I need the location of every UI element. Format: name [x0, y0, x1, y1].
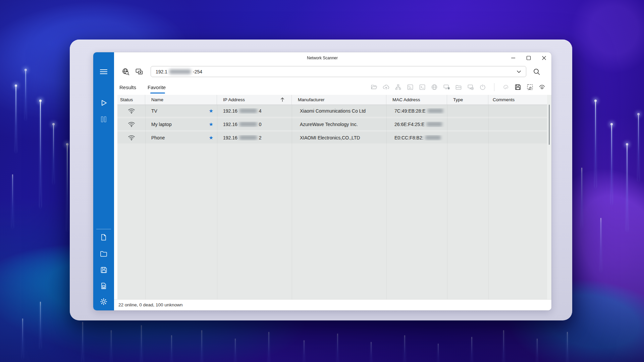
shared-folders-button[interactable]	[455, 84, 462, 90]
table-row[interactable]: Phone★ 192.162 XIAOMI Electronics,CO.,LT…	[117, 132, 547, 143]
ip-range-prefix: 192.1	[156, 69, 167, 74]
svg-text:SSH: SSH	[409, 87, 412, 89]
column-header-ip-address[interactable]: IP Address	[217, 95, 292, 105]
vertical-scrollbar[interactable]	[547, 95, 551, 299]
column-header-type[interactable]: Type	[447, 95, 488, 105]
menu-button[interactable]	[100, 68, 108, 76]
sidebar-separator	[96, 229, 111, 229]
device-name: My laptop	[151, 122, 172, 127]
add-device-button[interactable]	[467, 84, 474, 90]
column-header-comments[interactable]: Comments	[488, 95, 547, 105]
manufacturer: Xiaomi Communications Co Ltd	[300, 108, 366, 114]
sort-ascending-icon	[280, 97, 285, 102]
ssh-session-button[interactable]: SSH	[407, 84, 414, 90]
column-header-manufacturer[interactable]: Manufacturer	[292, 95, 386, 105]
ip-range-suffix: -254	[193, 69, 202, 74]
table-body: TV★ 192.164 Xiaomi Communications Co Ltd…	[117, 105, 547, 299]
active-tab-underline	[150, 93, 165, 94]
maximize-button[interactable]	[525, 55, 532, 61]
clear-results-button[interactable]	[527, 84, 533, 90]
table-header: Status Name IP Address Manufacturer MAC …	[117, 95, 547, 105]
new-file-button[interactable]	[100, 233, 108, 241]
remote-connect-button[interactable]	[135, 67, 144, 76]
favorite-star-icon[interactable]: ★	[209, 135, 213, 140]
device-name: TV	[151, 108, 157, 114]
search-icon	[533, 68, 541, 76]
wifi-icon	[128, 121, 135, 127]
redacted-mac-segment	[427, 122, 442, 126]
ip-range-input[interactable]: 192.1 -254	[151, 66, 526, 77]
manufacturer: AzureWave Technology Inc.	[300, 122, 358, 127]
open-folder-button[interactable]	[100, 250, 108, 258]
pause-scan-button[interactable]	[100, 115, 108, 123]
toolbar-separator	[494, 83, 494, 91]
network-topology-button[interactable]	[395, 84, 401, 90]
play-icon	[100, 99, 108, 107]
window-controls	[510, 52, 547, 64]
device-table: Status Name IP Address Manufacturer MAC …	[117, 95, 547, 299]
remote-desktop-button[interactable]	[443, 84, 450, 90]
wifi-icon	[128, 108, 135, 114]
open-in-browser-button[interactable]	[431, 84, 438, 90]
tab-results[interactable]: Results	[119, 84, 136, 90]
table-row[interactable]: TV★ 192.164 Xiaomi Communications Co Ltd…	[117, 105, 547, 117]
cast-screen-icon	[135, 68, 143, 75]
scan-summary: 22 online, 0 dead, 100 unknown	[118, 302, 182, 307]
live-preview-button[interactable]	[539, 84, 545, 90]
save-sidebar-button[interactable]	[100, 266, 108, 274]
pause-icon	[100, 116, 107, 123]
column-header-status[interactable]: Status	[117, 95, 145, 105]
device-name: Phone	[151, 135, 165, 140]
scrollbar-thumb[interactable]	[549, 105, 550, 145]
folder-icon	[100, 250, 107, 257]
document-export-icon	[100, 282, 107, 290]
network-scanner-window: Network Scanner	[93, 52, 551, 310]
floppy-icon	[100, 266, 107, 274]
rescan-button[interactable]	[502, 84, 509, 90]
wifi-icon	[128, 135, 135, 141]
column-header-name[interactable]: Name	[145, 95, 217, 105]
sidebar	[93, 52, 114, 310]
status-bar: 22 online, 0 dead, 100 unknown	[114, 299, 551, 310]
window-title: Network Scanner	[307, 52, 338, 64]
minimize-button[interactable]	[510, 55, 517, 61]
file-icon	[100, 234, 107, 241]
tab-bar: Results Favorite	[119, 80, 166, 94]
table-row[interactable]: My laptop★ 192.160 AzureWave Technology …	[117, 118, 547, 130]
favorite-star-icon[interactable]: ★	[209, 108, 213, 113]
close-button[interactable]	[541, 55, 547, 61]
redacted-ip-segment	[239, 135, 257, 140]
desktop-background: Network Scanner	[0, 0, 644, 362]
column-header-mac-address[interactable]: MAC Address	[386, 95, 447, 105]
redacted-ip-segment	[169, 69, 191, 74]
action-toolbar: SSH	[371, 80, 545, 94]
hamburger-icon	[100, 69, 107, 75]
favorite-star-icon[interactable]: ★	[209, 122, 213, 127]
gear-icon	[100, 298, 107, 305]
scan-search-button[interactable]	[532, 67, 541, 76]
dropdown-chevron-icon[interactable]	[516, 69, 522, 74]
ip-lookup-button[interactable]	[121, 67, 130, 76]
terminal-button[interactable]	[419, 84, 426, 90]
save-results-button[interactable]	[515, 84, 521, 90]
settings-button[interactable]	[100, 298, 108, 306]
globe-search-icon	[122, 68, 130, 76]
wake-on-lan-button[interactable]	[383, 84, 389, 90]
export-document-button[interactable]	[100, 282, 108, 290]
start-scan-button[interactable]	[100, 99, 108, 107]
shutdown-device-button[interactable]	[479, 84, 486, 90]
redacted-ip-segment	[239, 122, 257, 126]
tab-favorite[interactable]: Favorite	[148, 84, 166, 90]
redacted-mac-segment	[425, 135, 441, 140]
open-folder-action-button[interactable]	[371, 84, 377, 90]
redacted-ip-segment	[239, 109, 257, 113]
redacted-mac-segment	[428, 109, 443, 113]
